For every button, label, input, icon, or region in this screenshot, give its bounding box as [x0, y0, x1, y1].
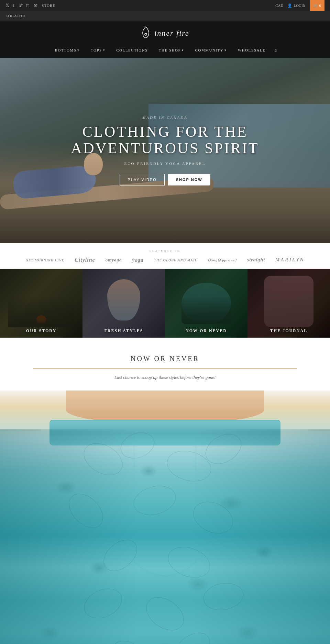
person-icon: 👤: [287, 3, 292, 8]
facebook-icon[interactable]: f: [13, 3, 14, 8]
currency-selector[interactable]: CAD: [275, 3, 283, 8]
locator-link[interactable]: LOCATOR: [6, 14, 25, 18]
login-button[interactable]: 👤 LOGIN: [287, 3, 305, 8]
hero-subtitle: ECO-FRIENDLY YOGA APPAREL: [71, 161, 259, 166]
featured-logo-yoga: yoga: [132, 257, 144, 263]
twitter-icon[interactable]: 𝕏: [6, 3, 9, 8]
now-or-never-title: NOW OR NEVER: [0, 355, 330, 363]
top-bar-left: 𝕏 f 𝒫 ◻ ✉ STORE: [6, 3, 55, 8]
instagram-icon[interactable]: ◻: [26, 3, 30, 8]
quad-our-story[interactable]: OUR STORY: [0, 269, 82, 338]
email-icon[interactable]: ✉: [34, 3, 37, 8]
now-or-never-subtitle: Last chance to scoop up these styles bef…: [0, 375, 330, 380]
featured-logos: GET MORNING LIVE Cityline omyoga yoga TH…: [0, 257, 330, 263]
play-video-button[interactable]: PLAY VIDEO: [120, 174, 164, 185]
top-bar-right: CAD 👤 LOGIN 🛒 0: [275, 0, 324, 11]
quad-fresh-styles[interactable]: FRESH STYLES: [82, 269, 165, 338]
chevron-down-icon: ▾: [224, 48, 227, 52]
svg-point-11: [140, 591, 190, 637]
hero-tagline: MADE IN CANADA: [71, 115, 259, 120]
search-icon[interactable]: ⌕: [271, 45, 280, 55]
quad-now-or-never[interactable]: NOW OR NEVER: [165, 269, 248, 338]
quad-label-story: OUR STORY: [0, 324, 82, 338]
top-bar: 𝕏 f 𝒫 ◻ ✉ STORE CAD 👤 LOGIN 🛒 0: [0, 0, 330, 11]
store-link[interactable]: STORE: [42, 3, 55, 8]
featured-logo-omyoga: omyoga: [106, 257, 122, 263]
site-header-hero: inner fire BOTTOMS ▾ TOPS ▾ COLLECTIONS …: [0, 21, 330, 243]
now-or-never-section: NOW OR NEVER Last chance to scoop up the…: [0, 338, 330, 644]
product-image-container: [0, 391, 330, 644]
left-leg-shadow: [0, 429, 139, 644]
cart-button[interactable]: 🛒 0: [310, 0, 325, 11]
nav-tops[interactable]: TOPS ▾: [85, 46, 111, 54]
logo-area: inner fire: [141, 24, 189, 43]
nav-wholesale[interactable]: WHOLESALE: [232, 46, 271, 54]
product-image[interactable]: [0, 391, 330, 644]
quad-journal[interactable]: THE JOURNAL: [248, 269, 330, 338]
quad-label-journal: THE JOURNAL: [248, 324, 330, 338]
logo-text: inner fire: [154, 29, 189, 38]
nav-community[interactable]: COMMUNITY ▾: [190, 46, 232, 54]
site-header: inner fire BOTTOMS ▾ TOPS ▾ COLLECTIONS …: [0, 21, 330, 58]
hero-content: MADE IN CANADA CLOTHING FOR THE ADVENTUR…: [64, 109, 266, 193]
nav-collections[interactable]: COLLECTIONS: [111, 46, 153, 54]
pinterest-icon[interactable]: 𝒫: [19, 3, 22, 8]
hero-section: MADE IN CANADA CLOTHING FOR THE ADVENTUR…: [0, 58, 330, 243]
featured-logo-globe: THE GLOBE AND MAIL: [154, 258, 197, 262]
logo-icon: [141, 26, 151, 41]
featured-logo-marilyn: MARILYN: [275, 257, 304, 263]
quad-grid: OUR STORY FRESH STYLES NOW OR NEVER THE …: [0, 269, 330, 338]
featured-label: FEATURED IN: [0, 249, 330, 253]
quad-label-now: NOW OR NEVER: [165, 324, 248, 338]
featured-in-section: FEATURED IN GET MORNING LIVE Cityline om…: [0, 243, 330, 269]
right-leg-shadow: [191, 429, 330, 644]
cart-icon: 🛒: [313, 3, 318, 8]
nav-bottoms[interactable]: BOTTOMS ▾: [50, 46, 85, 54]
nav-the-shop[interactable]: THE SHOP ▾: [153, 46, 190, 54]
hero-buttons: PLAY VIDEO SHOP NOW: [71, 174, 259, 185]
shop-now-button[interactable]: SHOP NOW: [168, 174, 210, 185]
chevron-down-icon: ▾: [77, 48, 80, 52]
main-nav: BOTTOMS ▾ TOPS ▾ COLLECTIONS THE SHOP ▾ …: [0, 43, 330, 58]
hero-title: CLOTHING FOR THE ADVENTUROUS SPIRIT: [71, 124, 259, 157]
svg-point-0: [145, 33, 147, 35]
quad-label-fresh: FRESH STYLES: [82, 324, 165, 338]
locator-bar: LOCATOR: [0, 11, 330, 21]
chevron-down-icon: ▾: [182, 48, 184, 52]
section-divider: [33, 368, 297, 369]
featured-logo-yogi: ⊙YogiApproved: [208, 258, 237, 262]
featured-logo-straight: straight: [247, 257, 265, 263]
featured-logo-cityline: Cityline: [75, 257, 95, 263]
chevron-down-icon: ▾: [103, 48, 106, 52]
featured-logo-morning: GET MORNING LIVE: [25, 258, 64, 262]
